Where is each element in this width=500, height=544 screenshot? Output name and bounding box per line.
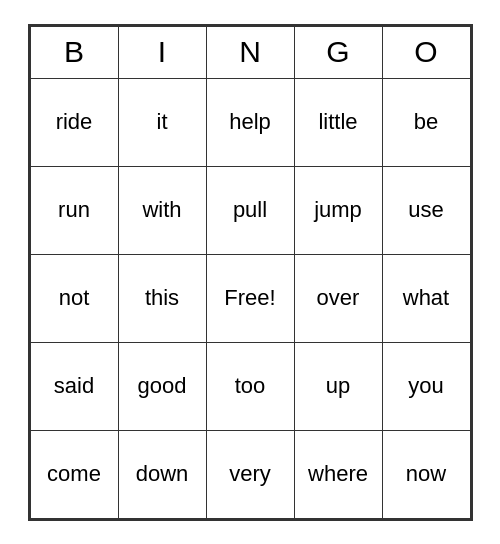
table-row: notthisFree!overwhat xyxy=(30,254,470,342)
bingo-cell: help xyxy=(206,78,294,166)
bingo-cell: not xyxy=(30,254,118,342)
bingo-cell: use xyxy=(382,166,470,254)
table-row: rideithelplittlebe xyxy=(30,78,470,166)
table-row: comedownverywherenow xyxy=(30,430,470,518)
bingo-cell: up xyxy=(294,342,382,430)
table-row: saidgoodtooupyou xyxy=(30,342,470,430)
bingo-cell: little xyxy=(294,78,382,166)
bingo-cell: you xyxy=(382,342,470,430)
bingo-cell: over xyxy=(294,254,382,342)
bingo-cell: be xyxy=(382,78,470,166)
bingo-cell: what xyxy=(382,254,470,342)
bingo-cell: pull xyxy=(206,166,294,254)
bingo-cell: where xyxy=(294,430,382,518)
header-cell: B xyxy=(30,26,118,78)
header-row: BINGO xyxy=(30,26,470,78)
bingo-cell: down xyxy=(118,430,206,518)
bingo-cell: come xyxy=(30,430,118,518)
bingo-cell: it xyxy=(118,78,206,166)
bingo-cell: Free! xyxy=(206,254,294,342)
bingo-cell: ride xyxy=(30,78,118,166)
bingo-cell: with xyxy=(118,166,206,254)
bingo-cell: now xyxy=(382,430,470,518)
bingo-table: BINGO rideithelplittleberunwithpulljumpu… xyxy=(30,26,471,519)
bingo-cell: jump xyxy=(294,166,382,254)
header-cell: O xyxy=(382,26,470,78)
bingo-cell: very xyxy=(206,430,294,518)
header-cell: N xyxy=(206,26,294,78)
bingo-cell: too xyxy=(206,342,294,430)
header-cell: G xyxy=(294,26,382,78)
bingo-cell: good xyxy=(118,342,206,430)
header-cell: I xyxy=(118,26,206,78)
bingo-cell: run xyxy=(30,166,118,254)
bingo-card: BINGO rideithelplittleberunwithpulljumpu… xyxy=(28,24,473,521)
table-row: runwithpulljumpuse xyxy=(30,166,470,254)
bingo-cell: this xyxy=(118,254,206,342)
bingo-cell: said xyxy=(30,342,118,430)
